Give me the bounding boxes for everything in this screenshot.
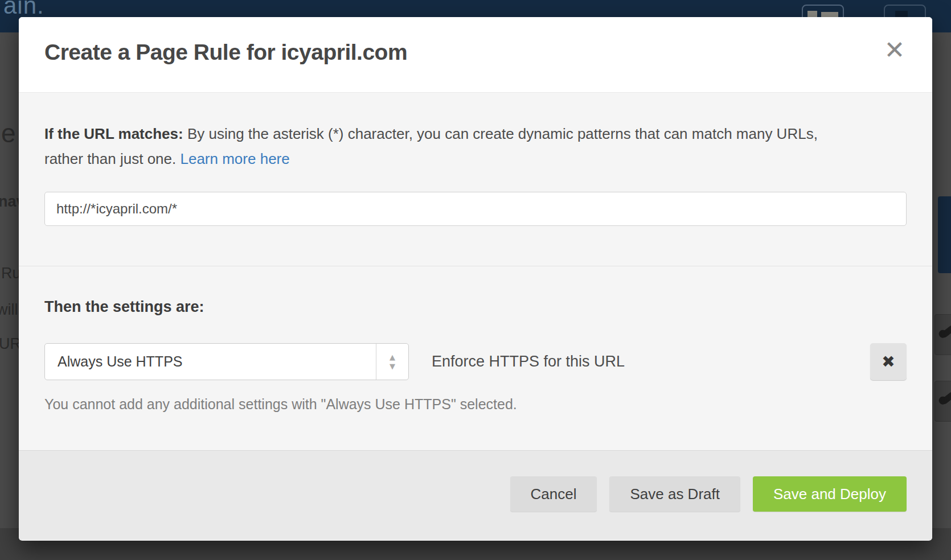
setting-select[interactable]: Always Use HTTPS ▲ ▼ bbox=[44, 343, 409, 380]
background-page-left-fragment: e nav Ru will UR bbox=[0, 32, 19, 528]
url-match-label: If the URL matches: bbox=[44, 125, 183, 142]
background-text-fragment: Ru bbox=[1, 265, 19, 282]
background-edit-button-fragment bbox=[934, 314, 951, 355]
setting-description: Enforce HTTPS for this URL bbox=[432, 353, 625, 370]
create-page-rule-modal: Create a Page Rule for icyapril.com ✕ If… bbox=[19, 17, 932, 541]
save-and-deploy-button[interactable]: Save and Deploy bbox=[753, 476, 907, 512]
url-match-section: If the URL matches: By using the asteris… bbox=[19, 93, 932, 266]
remove-setting-icon[interactable]: ✖ bbox=[870, 343, 907, 380]
setting-select-value: Always Use HTTPS bbox=[45, 344, 376, 380]
save-as-draft-button[interactable]: Save as Draft bbox=[609, 476, 740, 512]
background-text-fragment: will bbox=[0, 301, 18, 319]
background-text-fragment: e bbox=[1, 118, 16, 149]
close-icon[interactable]: ✕ bbox=[879, 34, 911, 66]
app-header-text-fragment: ain. bbox=[3, 0, 44, 19]
setting-note: You cannot add any additional settings w… bbox=[44, 396, 907, 413]
chevron-down-icon: ▼ bbox=[390, 363, 395, 370]
settings-heading: Then the settings are: bbox=[44, 298, 907, 316]
background-text-fragment: UR bbox=[0, 335, 19, 353]
chevron-up-icon: ▲ bbox=[390, 353, 395, 361]
background-text-fragment: nav bbox=[0, 193, 19, 211]
select-spinner[interactable]: ▲ ▼ bbox=[376, 344, 408, 380]
modal-footer: Cancel Save as Draft Save and Deploy bbox=[19, 450, 932, 540]
url-match-description: If the URL matches: By using the asteris… bbox=[44, 121, 842, 171]
setting-row: Always Use HTTPS ▲ ▼ Enforce HTTPS for t… bbox=[44, 343, 907, 380]
settings-section: Then the settings are: Always Use HTTPS … bbox=[19, 266, 932, 413]
cancel-button[interactable]: Cancel bbox=[510, 476, 597, 512]
background-edit-button-fragment bbox=[934, 381, 951, 422]
modal-header: Create a Page Rule for icyapril.com ✕ bbox=[19, 17, 932, 93]
url-pattern-input[interactable] bbox=[44, 192, 907, 226]
background-page-right-fragment bbox=[932, 32, 951, 528]
wrench-icon bbox=[940, 391, 951, 405]
background-blue-button-fragment bbox=[938, 196, 951, 273]
modal-title: Create a Page Rule for icyapril.com bbox=[44, 40, 407, 65]
wrench-icon bbox=[940, 324, 951, 339]
modal-body: If the URL matches: By using the asteris… bbox=[19, 93, 932, 450]
learn-more-link[interactable]: Learn more here bbox=[180, 150, 289, 167]
